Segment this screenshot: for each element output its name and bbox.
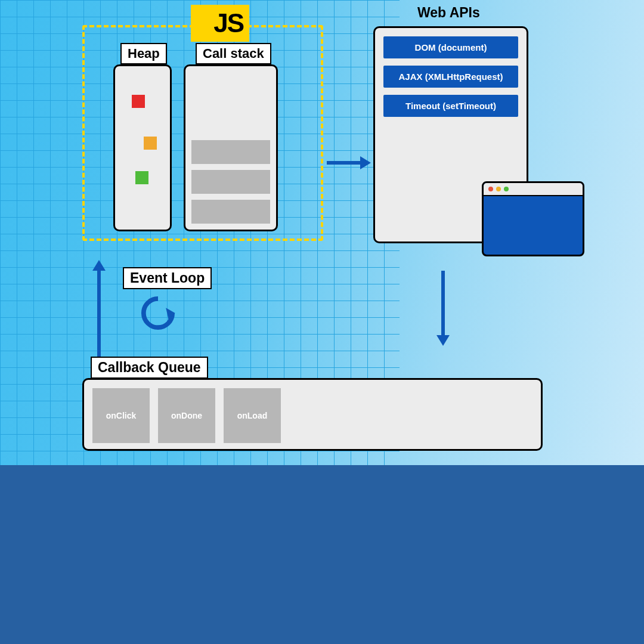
callback-queue-label: Callback Queue	[91, 357, 208, 379]
heap-box	[113, 64, 172, 231]
arrow-webapis-to-queue	[441, 271, 445, 336]
diagram-area: JS Heap Call stack Web APIs DOM (documen…	[0, 0, 644, 465]
heap-label: Heap	[120, 43, 167, 64]
window-dot-icon	[504, 187, 509, 191]
event-loop-label: Event Loop	[123, 267, 212, 289]
arrowhead-icon	[92, 260, 106, 271]
webapi-item: DOM (document)	[383, 36, 518, 58]
arrowhead-icon	[436, 335, 450, 346]
heap-object	[144, 137, 157, 150]
window-dot-icon	[496, 187, 501, 191]
arrow-queue-to-engine	[97, 270, 101, 371]
callstack-label: Call stack	[196, 43, 271, 64]
callback-item: onDone	[158, 388, 215, 443]
callstack-box	[184, 64, 278, 231]
arrowhead-icon	[360, 156, 371, 169]
window-titlebar	[484, 183, 583, 196]
stack-frame	[191, 170, 270, 194]
footer-panel: JavaScript Behind The Scenes Elgun Mamma…	[0, 465, 644, 644]
callback-queue-box: onClick onDone onLoad	[82, 378, 543, 451]
webapis-title: Web APIs	[417, 5, 480, 21]
stack-frame	[191, 200, 270, 224]
callback-item: onLoad	[224, 388, 281, 443]
stack-frame	[191, 140, 270, 164]
webapi-item: AJAX (XMLHttpRequest)	[383, 66, 518, 88]
event-loop-icon	[138, 293, 178, 333]
heap-object	[132, 95, 145, 108]
webapi-item: Timeout (setTimeout)	[383, 95, 518, 117]
callback-item: onClick	[92, 388, 150, 443]
js-badge: JS	[191, 5, 249, 42]
window-dot-icon	[488, 187, 493, 191]
heap-object	[135, 171, 148, 184]
arrow-engine-to-webapis	[327, 161, 360, 165]
browser-window-icon	[482, 181, 584, 256]
